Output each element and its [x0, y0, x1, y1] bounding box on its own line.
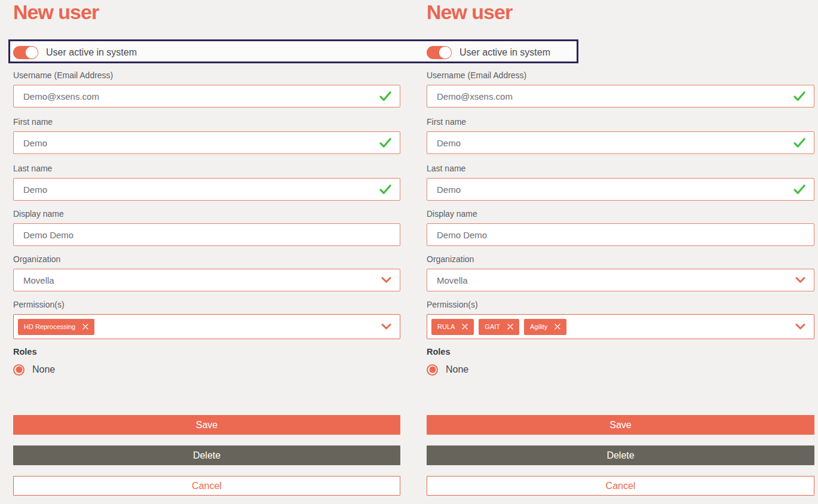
cancel-button[interactable]: Cancel: [13, 476, 400, 496]
display-name-group: Display name: [13, 208, 400, 246]
permission-tag-label: HD Reprocessing: [24, 324, 75, 330]
permission-tag-label: RULA: [437, 324, 455, 330]
valid-check-icon: [793, 137, 806, 148]
permissions-multiselect[interactable]: HD Reprocessing: [13, 314, 400, 339]
permission-tag: GAIT: [479, 319, 519, 335]
permissions-label: Permission(s): [13, 299, 400, 310]
valid-check-icon: [379, 91, 392, 102]
save-button[interactable]: Save: [427, 415, 814, 435]
chevron-down-icon: [381, 277, 391, 284]
user-active-row: User active in system: [427, 45, 814, 60]
organization-group: Organization Movella: [427, 254, 814, 291]
valid-check-icon: [793, 91, 806, 102]
page-title: New user: [427, 0, 814, 23]
permission-tag: HD Reprocessing: [18, 319, 94, 335]
new-user-form-right: New user User active in system Username …: [427, 0, 814, 496]
user-active-toggle[interactable]: [13, 46, 38, 59]
username-group: Username (Email Address): [427, 70, 814, 107]
organization-select[interactable]: Movella: [427, 269, 814, 291]
username-control: [427, 85, 814, 107]
last-name-label: Last name: [427, 163, 814, 174]
username-label: Username (Email Address): [427, 70, 814, 81]
first-name-input[interactable]: [427, 132, 814, 153]
delete-button[interactable]: Delete: [427, 445, 814, 465]
chevron-down-icon: [795, 277, 805, 284]
permission-tag-label: Agility: [530, 324, 547, 330]
username-control: [13, 85, 400, 107]
first-name-input[interactable]: [14, 132, 400, 153]
delete-button[interactable]: Delete: [13, 445, 400, 465]
last-name-input[interactable]: [14, 179, 400, 200]
permissions-multiselect[interactable]: RULA GAIT Agility: [427, 314, 814, 339]
display-name-group: Display name: [427, 208, 814, 246]
roles-label: Roles: [13, 347, 400, 357]
chevron-down-icon: [795, 324, 805, 330]
radio-icon[interactable]: [427, 364, 438, 376]
cancel-button[interactable]: Cancel: [427, 476, 814, 496]
remove-tag-icon[interactable]: [82, 324, 88, 330]
toggle-label: User active in system: [459, 47, 550, 58]
first-name-group: First name: [427, 116, 814, 154]
remove-tag-icon[interactable]: [554, 324, 560, 330]
username-label: Username (Email Address): [13, 70, 400, 81]
save-button[interactable]: Save: [13, 415, 400, 435]
valid-check-icon: [379, 184, 392, 195]
toggle-knob-icon: [439, 47, 451, 59]
last-name-input[interactable]: [427, 179, 814, 200]
role-option-none[interactable]: None: [13, 364, 400, 376]
username-input[interactable]: [14, 85, 400, 107]
permissions-group: Permission(s) HD Reprocessing: [13, 299, 400, 339]
valid-check-icon: [379, 137, 392, 148]
organization-select[interactable]: Movella: [13, 269, 400, 291]
radio-icon[interactable]: [13, 364, 24, 376]
radio-dot: [16, 367, 22, 373]
remove-tag-icon[interactable]: [462, 324, 468, 330]
permission-tag: RULA: [431, 319, 474, 335]
permissions-group: Permission(s) RULA GAIT Agility: [427, 299, 814, 339]
role-option-none[interactable]: None: [427, 364, 814, 376]
toggle-label: User active in system: [46, 47, 137, 58]
display-name-control: [427, 223, 814, 246]
display-name-label: Display name: [13, 208, 400, 219]
last-name-group: Last name: [13, 163, 400, 201]
last-name-label: Last name: [13, 163, 400, 174]
radio-dot: [429, 367, 436, 373]
role-option-label: None: [446, 364, 468, 375]
organization-label: Organization: [427, 254, 814, 265]
last-name-control: [427, 178, 814, 201]
username-group: Username (Email Address): [13, 70, 400, 107]
display-name-input[interactable]: [427, 224, 814, 245]
first-name-control: [13, 131, 400, 154]
organization-value: Movella: [437, 275, 468, 285]
page-title: New user: [13, 0, 400, 23]
role-option-label: None: [32, 364, 55, 375]
first-name-control: [427, 131, 814, 154]
last-name-control: [13, 178, 400, 201]
new-user-form-left: New user User active in system Username …: [13, 0, 400, 496]
username-input[interactable]: [427, 85, 814, 107]
organization-value: Movella: [23, 275, 54, 285]
organization-label: Organization: [13, 254, 400, 265]
first-name-group: First name: [13, 116, 400, 154]
first-name-label: First name: [427, 116, 814, 127]
chevron-down-icon: [381, 324, 391, 330]
valid-check-icon: [793, 184, 806, 195]
user-active-row: User active in system: [13, 45, 400, 60]
last-name-group: Last name: [427, 163, 814, 201]
first-name-label: First name: [13, 116, 400, 127]
permissions-label: Permission(s): [427, 299, 814, 310]
permission-tag-label: GAIT: [485, 324, 500, 330]
organization-group: Organization Movella: [13, 254, 400, 291]
toggle-knob-icon: [26, 47, 38, 59]
permission-tag: Agility: [524, 319, 566, 335]
remove-tag-icon[interactable]: [507, 324, 513, 330]
display-name-control: [13, 223, 400, 246]
roles-label: Roles: [427, 347, 814, 357]
user-active-toggle[interactable]: [427, 46, 452, 59]
display-name-input[interactable]: [14, 224, 400, 245]
display-name-label: Display name: [427, 208, 814, 219]
